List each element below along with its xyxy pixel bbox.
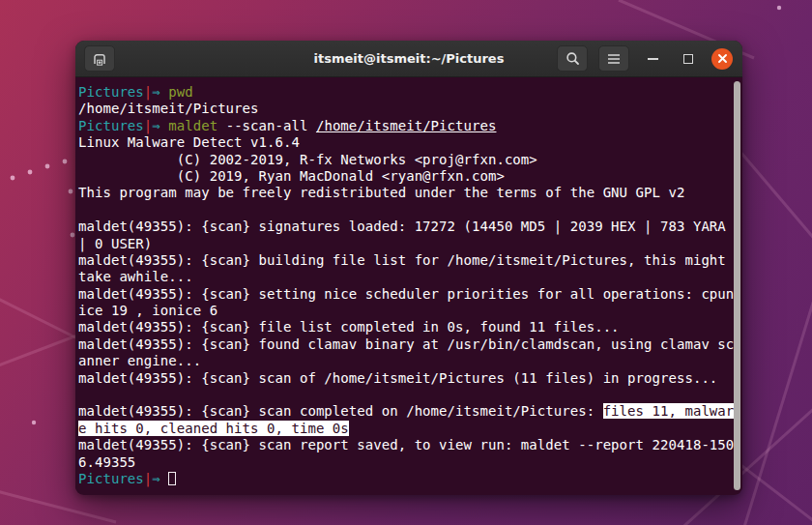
terminal-line: maldet(49355): {scan} building file list…	[78, 252, 740, 269]
terminal-line: maldet(49355): {scan} scan completed on …	[78, 403, 740, 420]
terminal-line: (C) 2002-2019, R-fx Networks <proj@rfxn.…	[78, 152, 740, 168]
search-icon	[566, 51, 580, 66]
menu-icon	[607, 53, 621, 65]
search-button[interactable]	[557, 45, 588, 72]
terminal-line: This program may be freely redistributed…	[78, 185, 740, 201]
terminal-cursor	[168, 472, 176, 485]
terminal-line: Linux Malware Detect v1.6.4	[78, 134, 740, 151]
maximize-button[interactable]	[676, 46, 701, 72]
new-tab-icon	[92, 51, 107, 67]
terminal-text: (C) 2019, Ryan MacDonald <ryan@rfxn.com>	[78, 168, 505, 184]
close-icon	[717, 53, 728, 64]
terminal-text: This program may be freely redistributed…	[78, 185, 684, 200]
terminal-text: maldet(49355): {scan} setting nice sched…	[78, 286, 734, 302]
terminal-text: take awhile...	[78, 269, 193, 284]
terminal-text: e hits 0, cleaned hits 0, time 0s	[78, 421, 349, 436]
terminal-text: (C) 2002-2019, R-fx Networks <proj@rfxn.…	[78, 152, 537, 167]
maximize-icon	[683, 54, 693, 64]
terminal-text: Pictures	[78, 471, 144, 486]
terminal-line: Pictures|⇒ maldet --scan-all /home/itsme…	[78, 118, 740, 134]
titlebar-controls	[557, 45, 742, 72]
terminal-line: e hits 0, cleaned hits 0, time 0s	[78, 421, 740, 437]
terminal-text: pwd	[168, 84, 192, 100]
terminal-text: maldet(49355): {scan} file list complete…	[78, 319, 620, 335]
minimize-icon	[648, 58, 658, 60]
terminal-text: maldet(49355): {scan} signatures loaded:…	[78, 219, 726, 234]
scrollbar[interactable]	[734, 81, 740, 490]
terminal-text: anner engine...	[78, 353, 201, 368]
minimize-button[interactable]	[640, 46, 665, 72]
terminal-text: ⇒	[152, 471, 168, 486]
terminal-lines: Pictures|⇒ pwd/home/itsmeit/PicturesPict…	[78, 84, 740, 487]
terminal-line: Pictures|⇒	[78, 471, 740, 487]
terminal-line: maldet(49355): {scan} scan of /home/itsm…	[78, 370, 740, 387]
terminal-text: --scan-all	[218, 118, 316, 133]
terminal-window: itsmeit@itsmeit:~/Pictures	[75, 41, 742, 495]
terminal-line: maldet(49355): {scan} found clamav binar…	[78, 336, 740, 353]
terminal-line: Pictures|⇒ pwd	[78, 84, 740, 101]
terminal-text: ice 19 , ionice 6	[78, 303, 218, 318]
terminal-text: maldet	[168, 118, 218, 133]
terminal-line: anner engine...	[78, 353, 740, 369]
terminal-line: maldet(49355): {scan} signatures loaded:…	[78, 219, 740, 235]
terminal-line: maldet(49355): {scan} setting nice sched…	[78, 286, 740, 303]
terminal-line: ice 19 , ionice 6	[78, 303, 740, 319]
terminal-text: maldet(49355): {scan} scan report saved,…	[78, 437, 734, 452]
terminal-text: /home/itsmeit/Pictures	[78, 101, 259, 116]
new-tab-button[interactable]	[84, 45, 115, 72]
terminal-line: | 0 USER)	[78, 236, 740, 252]
titlebar[interactable]: itsmeit@itsmeit:~/Pictures	[75, 41, 742, 77]
terminal-line: /home/itsmeit/Pictures	[78, 101, 740, 117]
terminal-line: maldet(49355): {scan} file list complete…	[78, 319, 740, 335]
menu-button[interactable]	[598, 45, 629, 72]
terminal-text: /home/itsmeit/Pictures	[316, 118, 497, 133]
terminal-text: maldet(49355): {scan} building file list…	[78, 252, 726, 268]
terminal-text: files 11, malwar	[603, 403, 735, 419]
terminal-text: Pictures	[78, 118, 144, 133]
terminal-text: Linux Malware Detect v1.6.4	[78, 134, 300, 150]
terminal-text: | 0 USER)	[78, 236, 152, 251]
terminal-text: maldet(49355): {scan} scan completed on …	[78, 403, 603, 419]
terminal-text: maldet(49355): {scan} scan of /home/itsm…	[78, 370, 717, 386]
terminal-line: maldet(49355): {scan} scan report saved,…	[78, 437, 740, 453]
terminal-screen[interactable]: Pictures|⇒ pwd/home/itsmeit/PicturesPict…	[75, 77, 742, 494]
terminal-line: (C) 2019, Ryan MacDonald <ryan@rfxn.com>	[78, 168, 740, 185]
terminal-line	[78, 202, 740, 219]
terminal-text: 6.49355	[78, 454, 135, 470]
terminal-text: ⇒	[152, 118, 168, 133]
terminal-text: maldet(49355): {scan} found clamav binar…	[78, 336, 734, 352]
terminal-line: take awhile...	[78, 269, 740, 285]
terminal-text: Pictures	[78, 84, 144, 100]
terminal-line	[78, 387, 740, 403]
terminal-text: ⇒	[152, 84, 168, 100]
close-button[interactable]	[711, 48, 733, 70]
terminal-line: 6.49355	[78, 454, 740, 471]
